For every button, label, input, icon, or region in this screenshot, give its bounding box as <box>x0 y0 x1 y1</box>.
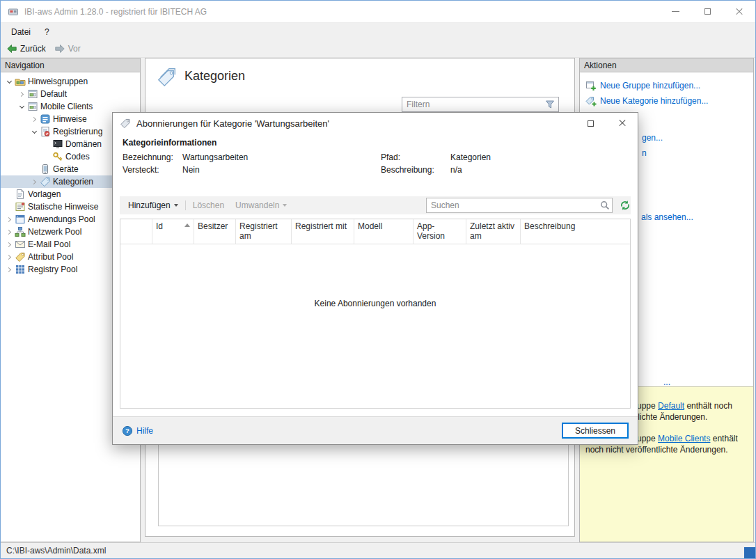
chevron-right-icon[interactable] <box>3 263 15 276</box>
action-add-category-link[interactable]: Neue Kategorie hinzufügen... <box>600 96 708 106</box>
minimize-button[interactable] <box>659 1 691 22</box>
network-pool-icon <box>15 226 26 237</box>
back-button[interactable]: Zurück <box>6 43 46 54</box>
beschreibung-label: Beschreibung: <box>381 165 434 175</box>
chevron-down-icon[interactable] <box>3 75 15 88</box>
column-besitzer[interactable]: Besitzer <box>194 219 236 244</box>
filter-icon[interactable] <box>544 99 556 110</box>
column-modell[interactable]: Modell <box>354 219 414 244</box>
add-category-icon <box>585 95 597 107</box>
column-zuletzt-aktiv-am[interactable]: Zuletzt aktiv am <box>466 219 521 244</box>
dialog-close-button[interactable] <box>606 113 638 134</box>
application-pool-icon <box>15 214 26 225</box>
column-registriert-mit[interactable]: Registriert mit <box>292 219 354 244</box>
action-add-group[interactable]: Neue Gruppe hinzufügen... <box>585 78 748 93</box>
close-icon <box>735 8 743 16</box>
registration-icon <box>40 126 51 137</box>
navigation-header: Navigation <box>1 58 140 72</box>
dialog-footer: ? Hilfe Schliessen <box>113 416 638 444</box>
categories-tag-icon <box>40 176 51 187</box>
empty-state-text: Keine Abonnierungen vorhanden <box>120 299 630 308</box>
notice-group-icon <box>27 101 38 112</box>
table-header-row: Id Besitzer Registriert am Registriert m… <box>120 219 630 244</box>
chevron-right-icon[interactable] <box>3 226 15 238</box>
forward-arrow-icon <box>54 43 65 54</box>
clipped-action-link[interactable]: ... <box>663 377 670 387</box>
registry-pool-icon <box>15 264 26 275</box>
clipped-action-link[interactable]: als ansehen... <box>641 212 693 222</box>
maximize-button[interactable] <box>691 1 723 22</box>
close-icon <box>618 119 627 127</box>
delete-button[interactable]: Löschen <box>187 198 230 213</box>
forward-button[interactable]: Vor <box>54 43 81 54</box>
add-dropdown-button[interactable]: Hinzufügen <box>123 198 184 213</box>
column-row-selector[interactable] <box>120 219 152 244</box>
clipped-action-link[interactable]: n <box>642 148 647 158</box>
search-icon[interactable] <box>599 200 611 211</box>
help-link[interactable]: ? Hilfe <box>122 425 153 436</box>
search-box <box>426 198 613 213</box>
schliessen-button[interactable]: Schliessen <box>562 423 629 439</box>
table-body: Keine Abonnierungen vorhanden <box>120 244 630 409</box>
column-app-version[interactable]: App-Version <box>414 219 466 244</box>
chevron-right-icon[interactable] <box>3 251 15 263</box>
filter-input[interactable] <box>402 100 542 109</box>
back-label: Zurück <box>20 44 46 54</box>
menu-datei[interactable]: Datei <box>4 24 38 40</box>
subscriptions-toolbar: Hinzufügen Löschen Umwandeln <box>120 196 631 214</box>
domains-icon <box>52 139 63 150</box>
beschreibung-value: n/a <box>450 165 462 175</box>
chevron-right-icon[interactable] <box>16 88 27 100</box>
bezeichnung-value: Wartungsarbeiten <box>182 152 248 162</box>
dialog-controls <box>575 113 638 134</box>
attribute-pool-icon <box>15 251 26 262</box>
action-add-category[interactable]: Neue Kategorie hinzufügen... <box>585 93 748 109</box>
close-button[interactable] <box>723 1 755 22</box>
back-arrow-icon <box>6 43 17 54</box>
action-add-group-link[interactable]: Neue Gruppe hinzufügen... <box>600 81 700 90</box>
minimize-icon <box>672 11 679 12</box>
column-id[interactable]: Id <box>152 219 194 244</box>
chevron-spacer <box>41 150 52 163</box>
chevron-down-icon[interactable] <box>16 100 27 113</box>
notice-group-icon <box>27 88 38 100</box>
menu-help[interactable]: ? <box>38 24 56 40</box>
main-toolbar: Zurück Vor <box>1 40 755 58</box>
bezeichnung-label: Bezeichnung: <box>123 152 173 162</box>
chevron-right-icon[interactable] <box>3 238 15 251</box>
help-label[interactable]: Hilfe <box>136 426 153 436</box>
chevron-right-icon[interactable] <box>29 113 40 125</box>
column-registriert-am[interactable]: Registriert am <box>236 219 292 244</box>
chevron-right-icon[interactable] <box>3 213 15 226</box>
chevron-down-icon[interactable] <box>29 125 40 138</box>
actions-header: Aktionen <box>580 58 753 72</box>
actions-list: Neue Gruppe hinzufügen... Neue Kategorie… <box>580 72 753 114</box>
tree-item-mobile-clients[interactable]: Mobile Clients <box>1 100 140 113</box>
forward-label: Vor <box>68 44 81 54</box>
add-group-icon <box>585 80 597 91</box>
dialog-titlebar: Abonnierungen für Kategorie 'Wartungsarb… <box>113 113 638 134</box>
refresh-icon[interactable] <box>620 200 631 211</box>
dialog-title: Abonnierungen für Kategorie 'Wartungsarb… <box>136 118 329 129</box>
chevron-right-icon[interactable] <box>29 175 40 188</box>
column-beschreibung[interactable]: Beschreibung <box>521 219 630 244</box>
chevron-spacer <box>41 138 52 150</box>
statusbar: C:\IBI-aws\Admin\Data.xml <box>1 542 755 558</box>
convert-dropdown-button[interactable]: Umwandeln <box>230 198 292 213</box>
subscriptions-table: Id Besitzer Registriert am Registriert m… <box>120 219 631 409</box>
tree-item-default[interactable]: Default <box>1 88 140 100</box>
notification-link-default[interactable]: Default <box>658 401 684 411</box>
resize-grip[interactable] <box>744 547 755 558</box>
devices-icon <box>40 164 51 175</box>
subscriptions-dialog-icon <box>120 118 131 129</box>
tree-item-hinweisgruppen[interactable]: Hinweisgruppen <box>1 75 140 88</box>
dialog-maximize-button[interactable] <box>575 113 606 134</box>
notices-icon <box>40 113 51 125</box>
search-input[interactable] <box>427 200 599 210</box>
notification-link-mobile-clients[interactable]: Mobile Clients <box>658 434 710 443</box>
clipped-action-link[interactable]: gen... <box>642 133 663 143</box>
chevron-spacer <box>3 200 15 213</box>
chevron-down-icon <box>174 204 178 207</box>
window-controls <box>659 1 755 22</box>
page-title: Kategorien <box>184 69 245 84</box>
